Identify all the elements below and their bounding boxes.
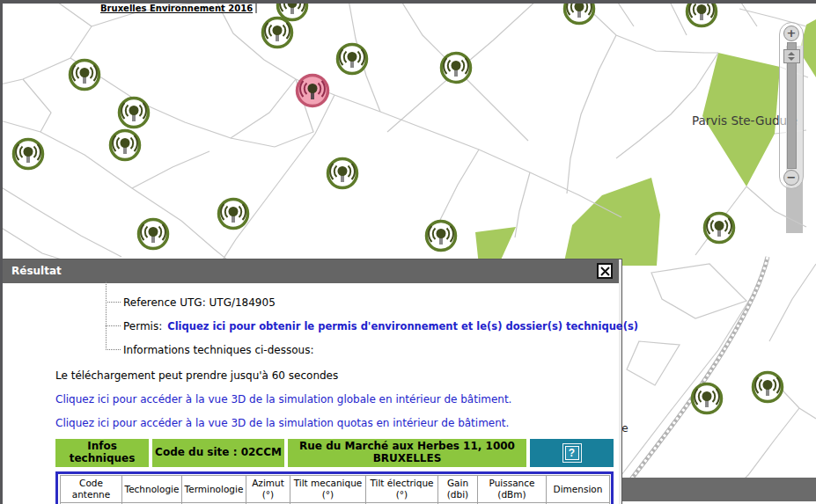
simulation-quotas-3d-link[interactable]: Cliquez ici pour accéder à la vue 3D de … <box>55 417 611 429</box>
antenna-marker-selected-icon[interactable] <box>298 76 328 106</box>
panel-title: Résultat <box>11 265 62 277</box>
download-duration-note: Le téléchargement peut prendre jusqu'à 6… <box>55 369 611 382</box>
col-terminologie: Terminologie <box>182 476 246 503</box>
slider-down-arrow-icon <box>788 57 795 61</box>
antenna-table-wrapper: Code antenne Technologie Terminologie Az… <box>55 471 614 504</box>
col-code-antenne: Code antenne <box>61 476 122 503</box>
tree-item-permis: Permis: Cliquez ici pour obtenir le perm… <box>106 314 611 338</box>
slider-up-arrow-icon <box>788 52 795 55</box>
zoom-in-button[interactable]: + <box>783 26 799 41</box>
antenna-marker-icon[interactable] <box>338 45 367 74</box>
simulation-globale-3d-link[interactable]: Cliquez ici pour accéder à la vue 3D de … <box>55 393 611 405</box>
help-cell: ? <box>530 439 614 467</box>
permis-label: Permis: <box>123 320 162 332</box>
app-window: Bruxelles Environnement 2016 Parvis Ste-… <box>0 0 816 504</box>
antenna-marker-icon[interactable] <box>705 214 734 243</box>
antenna-table: Code antenne Technologie Terminologie Az… <box>60 475 610 504</box>
result-panel: Résultat Reference UTG: UTG/184905 Permi… <box>3 259 621 504</box>
col-tilt-electrique: Tilt électrique (°) <box>366 476 438 503</box>
antenna-marker-icon[interactable] <box>70 61 99 90</box>
tree-item-informations: Informations techniques ci-dessous: <box>106 338 611 362</box>
antenna-marker-icon[interactable] <box>139 220 168 249</box>
tree-item-reference: Reference UTG: UTG/184905 <box>106 290 611 314</box>
col-tilt-mecanique: Tilt mecanique (°) <box>290 476 366 503</box>
zoom-slider-handle[interactable] <box>783 49 800 63</box>
zoom-out-button[interactable]: − <box>783 170 799 186</box>
col-technologie: Technologie <box>122 476 182 503</box>
antenna-marker-icon[interactable] <box>754 373 783 402</box>
col-puissance: Puissance (dBm) <box>478 476 547 503</box>
col-dimension: Dimension <box>547 476 610 503</box>
antenna-marker-icon[interactable] <box>219 200 248 229</box>
permit-download-link[interactable]: Cliquez ici pour obtenir le permis d'env… <box>167 320 638 332</box>
antenna-marker-icon[interactable] <box>263 18 292 47</box>
site-address-cell: Rue du Marché aux Herbes 11, 1000 BRUXEL… <box>288 439 526 467</box>
table-header-row: Code antenne Technologie Terminologie Az… <box>61 476 610 503</box>
informations-techniques-label: Informations techniques ci-dessous: <box>123 344 313 356</box>
window-frame-left <box>0 0 3 504</box>
antenna-marker-icon[interactable] <box>14 140 43 169</box>
antenna-marker-icon[interactable] <box>693 384 722 413</box>
antenna-marker-icon[interactable] <box>328 159 357 188</box>
result-tree: Reference UTG: UTG/184905 Permis: Clique… <box>106 290 611 362</box>
zoom-slider-track[interactable] <box>787 42 797 169</box>
zoom-control: + − <box>779 22 804 189</box>
reference-utg-text: Reference UTG: UTG/184905 <box>123 296 276 309</box>
close-icon[interactable] <box>597 263 613 279</box>
site-code-cell: Code du site : 02CCM <box>152 439 284 467</box>
antenna-marker-icon[interactable] <box>442 54 471 83</box>
window-frame-top <box>0 0 816 4</box>
help-icon[interactable]: ? <box>562 443 582 463</box>
col-azimut: Azimut (°) <box>246 476 290 503</box>
infos-techniques-cell: Infos techniques <box>55 439 149 467</box>
result-panel-header[interactable]: Résultat <box>3 259 619 283</box>
antenna-marker-icon[interactable] <box>111 131 140 160</box>
result-panel-body: Reference UTG: UTG/184905 Permis: Clique… <box>3 283 619 504</box>
site-info-bar: Infos techniques Code du site : 02CCM Ru… <box>55 439 614 467</box>
antenna-marker-icon[interactable] <box>687 0 717 26</box>
antenna-marker-icon[interactable] <box>427 222 456 251</box>
col-gain: Gain (dbi) <box>438 476 478 503</box>
antenna-marker-icon[interactable] <box>120 99 149 128</box>
